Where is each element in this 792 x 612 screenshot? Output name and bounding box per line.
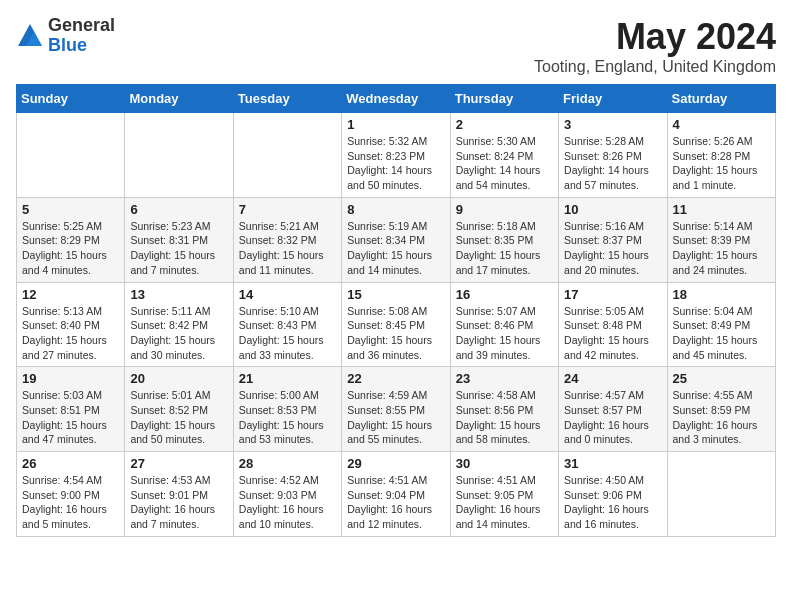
calendar-cell: 4Sunrise: 5:26 AM Sunset: 8:28 PM Daylig… [667,113,775,198]
calendar-cell [233,113,341,198]
calendar-week-2: 5Sunrise: 5:25 AM Sunset: 8:29 PM Daylig… [17,197,776,282]
day-info: Sunrise: 5:23 AM Sunset: 8:31 PM Dayligh… [130,219,227,278]
calendar-cell: 29Sunrise: 4:51 AM Sunset: 9:04 PM Dayli… [342,452,450,537]
calendar-cell: 3Sunrise: 5:28 AM Sunset: 8:26 PM Daylig… [559,113,667,198]
day-info: Sunrise: 5:04 AM Sunset: 8:49 PM Dayligh… [673,304,770,363]
day-number: 16 [456,287,553,302]
day-number: 29 [347,456,444,471]
calendar-cell: 14Sunrise: 5:10 AM Sunset: 8:43 PM Dayli… [233,282,341,367]
day-info: Sunrise: 4:57 AM Sunset: 8:57 PM Dayligh… [564,388,661,447]
weekday-header-sunday: Sunday [17,85,125,113]
day-number: 30 [456,456,553,471]
calendar-cell: 1Sunrise: 5:32 AM Sunset: 8:23 PM Daylig… [342,113,450,198]
day-number: 6 [130,202,227,217]
calendar-cell: 18Sunrise: 5:04 AM Sunset: 8:49 PM Dayli… [667,282,775,367]
day-number: 26 [22,456,119,471]
weekday-header-row: SundayMondayTuesdayWednesdayThursdayFrid… [17,85,776,113]
calendar-cell: 24Sunrise: 4:57 AM Sunset: 8:57 PM Dayli… [559,367,667,452]
day-info: Sunrise: 5:19 AM Sunset: 8:34 PM Dayligh… [347,219,444,278]
weekday-header-monday: Monday [125,85,233,113]
day-info: Sunrise: 5:32 AM Sunset: 8:23 PM Dayligh… [347,134,444,193]
day-number: 9 [456,202,553,217]
calendar-week-4: 19Sunrise: 5:03 AM Sunset: 8:51 PM Dayli… [17,367,776,452]
calendar-cell: 20Sunrise: 5:01 AM Sunset: 8:52 PM Dayli… [125,367,233,452]
day-info: Sunrise: 5:08 AM Sunset: 8:45 PM Dayligh… [347,304,444,363]
day-info: Sunrise: 4:58 AM Sunset: 8:56 PM Dayligh… [456,388,553,447]
day-number: 17 [564,287,661,302]
calendar-cell: 27Sunrise: 4:53 AM Sunset: 9:01 PM Dayli… [125,452,233,537]
day-number: 24 [564,371,661,386]
day-info: Sunrise: 5:13 AM Sunset: 8:40 PM Dayligh… [22,304,119,363]
day-info: Sunrise: 4:51 AM Sunset: 9:04 PM Dayligh… [347,473,444,532]
day-info: Sunrise: 5:00 AM Sunset: 8:53 PM Dayligh… [239,388,336,447]
day-number: 25 [673,371,770,386]
logo: General Blue [16,16,115,56]
calendar-cell: 30Sunrise: 4:51 AM Sunset: 9:05 PM Dayli… [450,452,558,537]
day-info: Sunrise: 5:16 AM Sunset: 8:37 PM Dayligh… [564,219,661,278]
weekday-header-saturday: Saturday [667,85,775,113]
calendar-cell: 6Sunrise: 5:23 AM Sunset: 8:31 PM Daylig… [125,197,233,282]
day-number: 8 [347,202,444,217]
day-number: 22 [347,371,444,386]
day-number: 19 [22,371,119,386]
day-number: 20 [130,371,227,386]
day-number: 1 [347,117,444,132]
day-info: Sunrise: 5:07 AM Sunset: 8:46 PM Dayligh… [456,304,553,363]
day-number: 11 [673,202,770,217]
day-info: Sunrise: 5:28 AM Sunset: 8:26 PM Dayligh… [564,134,661,193]
weekday-header-wednesday: Wednesday [342,85,450,113]
calendar-cell: 23Sunrise: 4:58 AM Sunset: 8:56 PM Dayli… [450,367,558,452]
day-number: 2 [456,117,553,132]
calendar-cell: 31Sunrise: 4:50 AM Sunset: 9:06 PM Dayli… [559,452,667,537]
calendar-cell: 21Sunrise: 5:00 AM Sunset: 8:53 PM Dayli… [233,367,341,452]
calendar-cell: 2Sunrise: 5:30 AM Sunset: 8:24 PM Daylig… [450,113,558,198]
day-number: 31 [564,456,661,471]
day-info: Sunrise: 4:51 AM Sunset: 9:05 PM Dayligh… [456,473,553,532]
calendar-cell: 15Sunrise: 5:08 AM Sunset: 8:45 PM Dayli… [342,282,450,367]
calendar-cell: 16Sunrise: 5:07 AM Sunset: 8:46 PM Dayli… [450,282,558,367]
day-number: 15 [347,287,444,302]
weekday-header-friday: Friday [559,85,667,113]
day-number: 4 [673,117,770,132]
calendar-cell: 11Sunrise: 5:14 AM Sunset: 8:39 PM Dayli… [667,197,775,282]
logo-blue: Blue [48,36,115,56]
day-number: 13 [130,287,227,302]
calendar-table: SundayMondayTuesdayWednesdayThursdayFrid… [16,84,776,537]
day-info: Sunrise: 5:25 AM Sunset: 8:29 PM Dayligh… [22,219,119,278]
calendar-week-3: 12Sunrise: 5:13 AM Sunset: 8:40 PM Dayli… [17,282,776,367]
day-info: Sunrise: 5:01 AM Sunset: 8:52 PM Dayligh… [130,388,227,447]
day-info: Sunrise: 4:50 AM Sunset: 9:06 PM Dayligh… [564,473,661,532]
day-info: Sunrise: 5:21 AM Sunset: 8:32 PM Dayligh… [239,219,336,278]
logo-general: General [48,16,115,36]
day-number: 28 [239,456,336,471]
day-info: Sunrise: 5:18 AM Sunset: 8:35 PM Dayligh… [456,219,553,278]
calendar-title: May 2024 [534,16,776,58]
calendar-cell: 12Sunrise: 5:13 AM Sunset: 8:40 PM Dayli… [17,282,125,367]
day-number: 3 [564,117,661,132]
day-number: 21 [239,371,336,386]
calendar-cell: 7Sunrise: 5:21 AM Sunset: 8:32 PM Daylig… [233,197,341,282]
day-number: 18 [673,287,770,302]
calendar-cell [125,113,233,198]
calendar-cell: 28Sunrise: 4:52 AM Sunset: 9:03 PM Dayli… [233,452,341,537]
calendar-cell: 17Sunrise: 5:05 AM Sunset: 8:48 PM Dayli… [559,282,667,367]
day-info: Sunrise: 5:30 AM Sunset: 8:24 PM Dayligh… [456,134,553,193]
calendar-cell [17,113,125,198]
weekday-header-thursday: Thursday [450,85,558,113]
calendar-cell: 5Sunrise: 5:25 AM Sunset: 8:29 PM Daylig… [17,197,125,282]
page-header: General Blue May 2024 Tooting, England, … [16,16,776,76]
day-info: Sunrise: 5:26 AM Sunset: 8:28 PM Dayligh… [673,134,770,193]
calendar-cell: 8Sunrise: 5:19 AM Sunset: 8:34 PM Daylig… [342,197,450,282]
title-block: May 2024 Tooting, England, United Kingdo… [534,16,776,76]
calendar-cell: 26Sunrise: 4:54 AM Sunset: 9:00 PM Dayli… [17,452,125,537]
day-info: Sunrise: 4:55 AM Sunset: 8:59 PM Dayligh… [673,388,770,447]
day-info: Sunrise: 4:54 AM Sunset: 9:00 PM Dayligh… [22,473,119,532]
day-number: 27 [130,456,227,471]
day-number: 12 [22,287,119,302]
calendar-week-5: 26Sunrise: 4:54 AM Sunset: 9:00 PM Dayli… [17,452,776,537]
day-number: 14 [239,287,336,302]
calendar-cell: 13Sunrise: 5:11 AM Sunset: 8:42 PM Dayli… [125,282,233,367]
calendar-cell: 9Sunrise: 5:18 AM Sunset: 8:35 PM Daylig… [450,197,558,282]
calendar-location: Tooting, England, United Kingdom [534,58,776,76]
day-info: Sunrise: 4:59 AM Sunset: 8:55 PM Dayligh… [347,388,444,447]
